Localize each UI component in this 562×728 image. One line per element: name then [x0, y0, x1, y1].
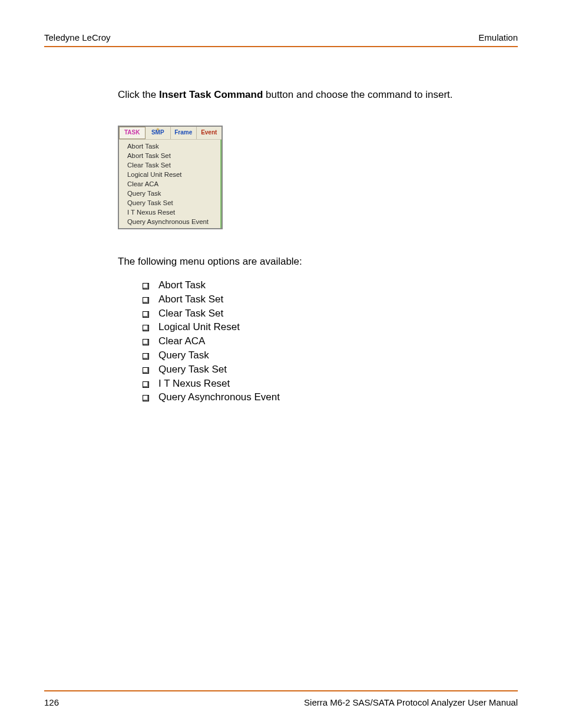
intro-post: button and choose the command to insert.	[263, 89, 452, 100]
smp-button[interactable]: ✶SMP	[146, 127, 171, 139]
menu-item-query-async-event[interactable]: Query Asynchronous Event	[119, 217, 220, 226]
manual-title: Sierra M6-2 SAS/SATA Protocol Analyzer U…	[304, 697, 518, 707]
menu-item-query-task[interactable]: Query Task	[119, 189, 220, 198]
list-item-label: Abort Task Set	[158, 292, 223, 307]
bullet-icon	[143, 353, 149, 360]
task-button-label: TASK	[124, 130, 140, 136]
list-item: Query Task	[143, 348, 507, 363]
bullet-icon	[143, 381, 149, 388]
list-item: I T Nexus Reset	[143, 377, 507, 391]
list-item: Query Asynchronous Event	[143, 390, 507, 404]
list-item: Clear Task Set	[143, 307, 507, 321]
list-item: Clear ACA	[143, 334, 507, 348]
options-list: Abort Task Abort Task Set Clear Task Set…	[143, 278, 507, 404]
toolbar: TASK ✶SMP Frame Event	[119, 127, 222, 140]
event-button-label: Event	[201, 130, 217, 136]
list-item: Abort Task	[143, 278, 507, 292]
list-item-label: Query Task Set	[158, 363, 227, 377]
page-number: 126	[44, 697, 59, 707]
footer-rule	[44, 690, 518, 691]
list-item-label: Query Asynchronous Event	[158, 390, 280, 404]
list-item-label: Query Task	[158, 348, 209, 363]
list-item: Query Task Set	[143, 363, 507, 377]
header-rule	[44, 46, 518, 47]
intro-paragraph: Click the Insert Task Command button and…	[118, 88, 507, 102]
menu-item-logical-unit-reset[interactable]: Logical Unit Reset	[119, 170, 220, 179]
intro-pre: Click the	[118, 89, 159, 100]
task-dropdown: Abort Task Abort Task Set Clear Task Set…	[119, 140, 222, 228]
frame-button-label: Frame	[174, 130, 192, 136]
list-item-label: Clear Task Set	[158, 307, 223, 321]
bullet-icon	[143, 339, 149, 345]
list-item-label: Abort Task	[158, 278, 206, 292]
list-item: Logical Unit Reset	[143, 320, 507, 334]
header-left: Teledyne LeCroy	[44, 32, 111, 42]
list-item-label: Clear ACA	[158, 334, 205, 348]
smp-icon: ✶	[156, 127, 160, 132]
menu-item-it-nexus-reset[interactable]: I T Nexus Reset	[119, 207, 220, 217]
menu-item-abort-task-set[interactable]: Abort Task Set	[119, 151, 220, 160]
bullet-icon	[143, 325, 149, 331]
header-right: Emulation	[478, 32, 518, 42]
menu-item-abort-task[interactable]: Abort Task	[119, 141, 220, 151]
bullet-icon	[143, 311, 149, 318]
event-button[interactable]: Event	[197, 127, 222, 139]
frame-button[interactable]: Frame	[171, 127, 197, 139]
intro-bold: Insert Task Command	[159, 89, 263, 100]
list-item: Abort Task Set	[143, 292, 507, 307]
list-item-label: Logical Unit Reset	[158, 320, 240, 334]
bullet-icon	[143, 297, 149, 304]
options-label: The following menu options are available…	[118, 256, 507, 268]
bullet-icon	[143, 395, 149, 401]
task-command-widget: TASK ✶SMP Frame Event Abort Task Abort T…	[118, 126, 223, 229]
menu-item-clear-aca[interactable]: Clear ACA	[119, 179, 220, 189]
task-button[interactable]: TASK	[119, 127, 146, 139]
bullet-icon	[143, 283, 149, 289]
menu-item-query-task-set[interactable]: Query Task Set	[119, 198, 220, 207]
menu-item-clear-task-set[interactable]: Clear Task Set	[119, 160, 220, 170]
bullet-icon	[143, 367, 149, 374]
list-item-label: I T Nexus Reset	[158, 377, 230, 391]
